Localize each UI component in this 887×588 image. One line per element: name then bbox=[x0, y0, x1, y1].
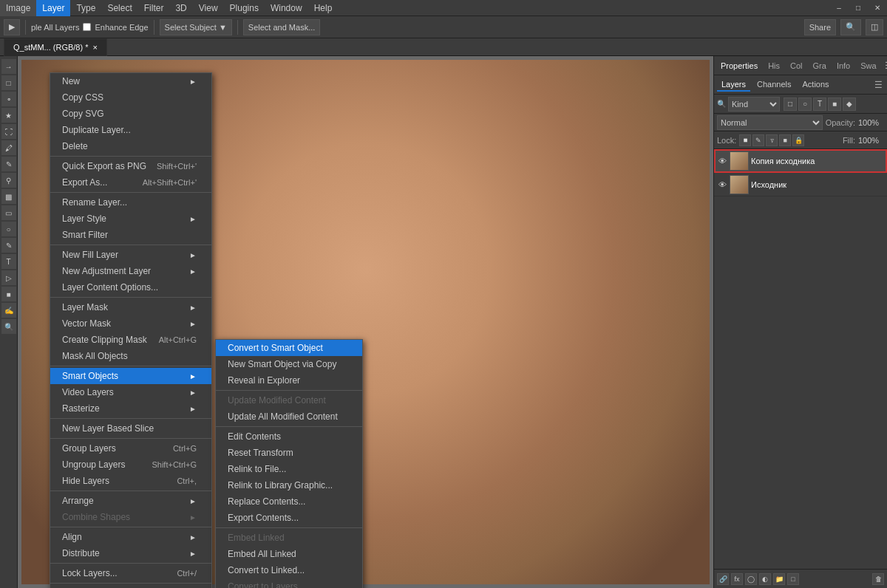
tab-properties[interactable]: Properties bbox=[717, 60, 761, 72]
tool-icon[interactable]: ▶ bbox=[4, 19, 20, 35]
add-fx-icon[interactable]: fx bbox=[731, 573, 743, 585]
submenu-update-all-modified[interactable]: Update All Modified Content bbox=[216, 408, 362, 425]
add-mask-icon[interactable]: ◯ bbox=[745, 573, 757, 585]
shape-tool[interactable]: ■ bbox=[1, 287, 16, 301]
submenu-convert-to-linked[interactable]: Convert to Linked... bbox=[216, 562, 362, 578]
lock-transparent-icon[interactable]: ◽ bbox=[739, 134, 751, 146]
menu-layer-quick-export[interactable]: Quick Export as PNG Shift+Ctrl+' bbox=[50, 158, 211, 174]
menu-3d[interactable]: 3D bbox=[169, 0, 192, 16]
brush-tool[interactable]: ✎ bbox=[1, 157, 16, 171]
menu-type[interactable]: Type bbox=[70, 0, 101, 16]
layer-item-2[interactable]: 👁 Исходник bbox=[714, 173, 887, 196]
menu-clipping-mask[interactable]: Create Clipping Mask Alt+Ctrl+G bbox=[50, 332, 211, 348]
filter-pixel-icon[interactable]: □ bbox=[784, 98, 797, 111]
path-tool[interactable]: ▷ bbox=[1, 270, 16, 285]
menu-rasterize[interactable]: Rasterize ► bbox=[50, 400, 211, 417]
menu-plugins[interactable]: Plugins bbox=[224, 0, 265, 16]
tab-gra[interactable]: Gra bbox=[809, 60, 830, 72]
submenu-new-smart-object-via-copy[interactable]: New Smart Object via Copy bbox=[216, 356, 362, 372]
filter-type-select[interactable]: Kind bbox=[728, 97, 780, 112]
menu-select[interactable]: Select bbox=[101, 0, 137, 16]
menu-new-layer-based-slice[interactable]: New Layer Based Slice bbox=[50, 420, 211, 437]
submenu-export-contents[interactable]: Export Contents... bbox=[216, 510, 362, 526]
menu-filter[interactable]: Filter bbox=[138, 0, 170, 16]
select-mask-button[interactable]: Select and Mask... bbox=[243, 19, 321, 35]
menu-ungroup-layers[interactable]: Ungroup Layers Shift+Ctrl+G bbox=[50, 457, 211, 473]
link-layers-icon[interactable]: 🔗 bbox=[717, 573, 729, 585]
menu-layer-content-options[interactable]: Layer Content Options... bbox=[50, 279, 211, 295]
tab-col[interactable]: Col bbox=[786, 60, 806, 72]
move-tool[interactable]: → bbox=[1, 59, 16, 74]
filter-type-icon[interactable]: T bbox=[813, 98, 826, 111]
submenu-replace-contents[interactable]: Replace Contents... bbox=[216, 493, 362, 510]
menu-layer-new-fill[interactable]: New Fill Layer ► bbox=[50, 247, 211, 263]
tab-his[interactable]: His bbox=[764, 60, 784, 72]
clone-tool[interactable]: ⚲ bbox=[1, 173, 16, 188]
arrange-docs-button[interactable]: ◫ bbox=[866, 19, 883, 35]
tab-swa[interactable]: Swa bbox=[857, 60, 880, 72]
search-button[interactable]: 🔍 bbox=[840, 19, 861, 35]
menu-link-layers[interactable]: Link Layers bbox=[50, 585, 211, 588]
menu-layer[interactable]: Layer bbox=[36, 0, 70, 16]
menu-layer-copy-svg[interactable]: Copy SVG bbox=[50, 106, 211, 122]
menu-layer-rename[interactable]: Rename Layer... bbox=[50, 194, 211, 211]
close-button[interactable]: ✕ bbox=[868, 0, 887, 16]
document-tab[interactable]: Q_stMM... (RGB/8) * × bbox=[4, 38, 107, 56]
menu-layer-new-adjustment[interactable]: New Adjustment Layer ► bbox=[50, 263, 211, 279]
menu-layer-new[interactable]: New ► bbox=[50, 73, 211, 89]
select-subject-button[interactable]: Select Subject ▼ bbox=[160, 19, 232, 35]
menu-smart-objects[interactable]: Smart Objects ► bbox=[50, 368, 211, 384]
menu-layer-duplicate[interactable]: Duplicate Layer... bbox=[50, 122, 211, 138]
maximize-button[interactable]: □ bbox=[849, 0, 868, 16]
layers-panel-options[interactable]: ☰ bbox=[873, 78, 884, 92]
submenu-convert-to-smart-object[interactable]: Convert to Smart Object bbox=[216, 340, 362, 356]
menu-arrange[interactable]: Arrange ► bbox=[50, 493, 211, 509]
menu-hide-layers[interactable]: Hide Layers Ctrl+, bbox=[50, 473, 211, 489]
submenu-embed-all-linked[interactable]: Embed All Linked bbox=[216, 546, 362, 562]
panel-options-button[interactable]: ☰ bbox=[883, 59, 887, 72]
submenu-relink-to-library[interactable]: Relink to Library Graphic... bbox=[216, 477, 362, 493]
submenu-relink-to-file[interactable]: Relink to File... bbox=[216, 461, 362, 477]
menu-view[interactable]: View bbox=[193, 0, 224, 16]
menu-image[interactable]: Image bbox=[0, 0, 36, 16]
minimize-button[interactable]: – bbox=[829, 0, 849, 16]
new-layer-icon[interactable]: □ bbox=[787, 573, 799, 585]
menu-align[interactable]: Align ► bbox=[50, 529, 211, 545]
menu-layer-copy-css[interactable]: Copy CSS bbox=[50, 89, 211, 106]
pen-tool[interactable]: ✎ bbox=[1, 238, 16, 253]
layer-2-visibility-icon[interactable]: 👁 bbox=[717, 180, 727, 190]
hand-tool[interactable]: ✍ bbox=[1, 303, 16, 318]
lock-position-icon[interactable]: ⍒ bbox=[766, 134, 778, 146]
select-tool[interactable]: □ bbox=[1, 75, 16, 90]
enhance-edge-checkbox[interactable] bbox=[83, 23, 91, 31]
menu-layer-style[interactable]: Layer Style ► bbox=[50, 211, 211, 227]
crop-tool[interactable]: ⛶ bbox=[1, 124, 16, 139]
submenu-reveal-in-explorer[interactable]: Reveal in Explorer bbox=[216, 372, 362, 389]
tab-close-icon[interactable]: × bbox=[92, 43, 97, 52]
new-adjustment-icon[interactable]: ◐ bbox=[759, 573, 771, 585]
eyedropper-tool[interactable]: 🖍 bbox=[1, 140, 16, 155]
menu-window[interactable]: Window bbox=[265, 0, 308, 16]
new-group-icon[interactable]: 📁 bbox=[773, 573, 785, 585]
layer-1-visibility-icon[interactable]: 👁 bbox=[717, 156, 727, 166]
tab-info[interactable]: Info bbox=[833, 60, 854, 72]
menu-layer-mask[interactable]: Layer Mask ► bbox=[50, 299, 211, 315]
share-button[interactable]: Share bbox=[804, 19, 836, 35]
zoom-tool[interactable]: 🔍 bbox=[1, 319, 16, 334]
magic-wand-tool[interactable]: ★ bbox=[1, 108, 16, 123]
tab-actions[interactable]: Actions bbox=[798, 78, 834, 92]
gradient-tool[interactable]: ▭ bbox=[1, 205, 16, 220]
tab-channels[interactable]: Channels bbox=[752, 78, 795, 92]
eraser-tool[interactable]: ▩ bbox=[1, 189, 16, 204]
lock-pixels-icon[interactable]: ✎ bbox=[752, 134, 764, 146]
menu-layer-export-as[interactable]: Export As... Alt+Shift+Ctrl+' bbox=[50, 174, 211, 191]
menu-help[interactable]: Help bbox=[308, 0, 339, 16]
tab-layers[interactable]: Layers bbox=[717, 78, 750, 92]
submenu-edit-contents[interactable]: Edit Contents bbox=[216, 428, 362, 445]
filter-smart-icon[interactable]: ◆ bbox=[843, 98, 856, 111]
delete-layer-icon[interactable]: 🗑 bbox=[872, 573, 884, 585]
layer-item-1[interactable]: 👁 Копия исходника bbox=[714, 149, 887, 173]
lasso-tool[interactable]: ⚬ bbox=[1, 92, 16, 106]
blend-mode-select[interactable]: Normal bbox=[717, 115, 823, 130]
filter-shape-icon[interactable]: ■ bbox=[828, 98, 841, 111]
